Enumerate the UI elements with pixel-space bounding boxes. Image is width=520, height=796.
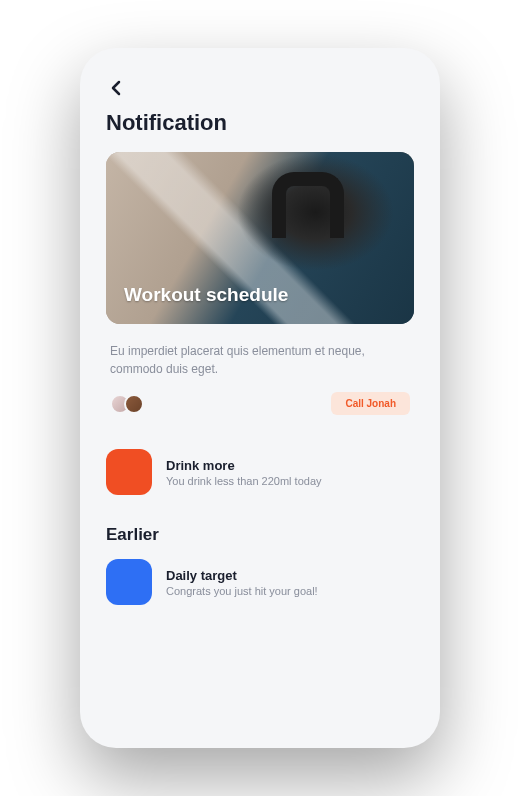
workout-card-description: Eu imperdiet placerat quis elementum et … [106,342,414,378]
water-icon [106,449,152,495]
notification-text: You drink less than 220ml today [166,475,414,487]
page-title: Notification [106,110,414,136]
avatar-group [110,394,138,414]
earlier-section-header: Earlier [106,525,414,545]
notification-item[interactable]: Drink more You drink less than 220ml tod… [106,449,414,495]
avatar[interactable] [124,394,144,414]
target-icon [106,559,152,605]
phone-frame: Notification Workout schedule Eu imperdi… [80,48,440,748]
notification-item[interactable]: Daily target Congrats you just hit your … [106,559,414,605]
notification-content: Drink more You drink less than 220ml tod… [166,458,414,487]
workout-card-footer: Call Jonah [106,392,414,415]
notification-text: Congrats you just hit your goal! [166,585,414,597]
call-jonah-button[interactable]: Call Jonah [331,392,410,415]
workout-schedule-card[interactable]: Workout schedule [106,152,414,324]
back-button[interactable] [106,78,126,98]
notification-title: Daily target [166,568,414,583]
notification-title: Drink more [166,458,414,473]
notification-content: Daily target Congrats you just hit your … [166,568,414,597]
workout-card-title: Workout schedule [124,284,288,306]
chevron-left-icon [111,80,121,96]
